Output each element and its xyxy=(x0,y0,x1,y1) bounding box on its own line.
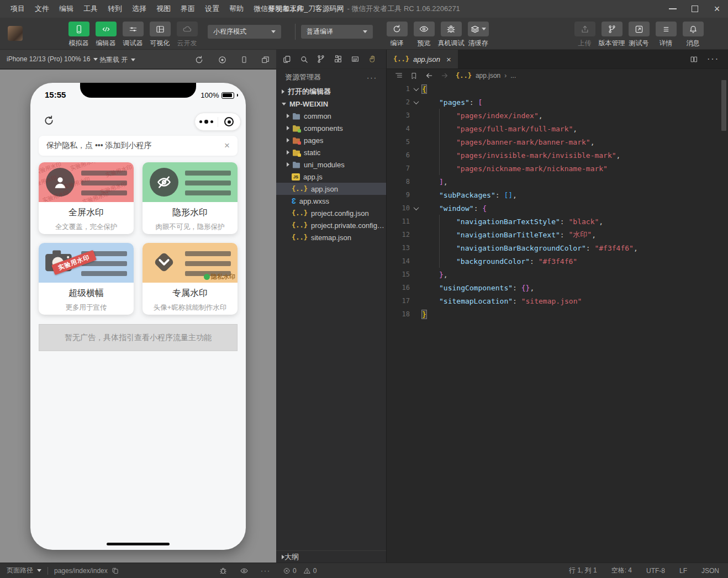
extensions-icon[interactable] xyxy=(331,52,345,66)
menu-item-7[interactable]: 界面 xyxy=(176,3,200,15)
json-file-icon: {..} xyxy=(292,234,308,241)
maximize-button[interactable] xyxy=(684,0,706,18)
card-banner-mark[interactable]: 实验用水印超级横幅更多用于宣传 xyxy=(39,243,134,315)
menu-item-9[interactable]: 帮助 xyxy=(224,3,249,15)
bug-icon[interactable] xyxy=(219,566,228,575)
tree-item-file-app-wxss[interactable]: 3app.wxss xyxy=(276,195,386,207)
menu-item-5[interactable]: 选择 xyxy=(127,3,151,15)
menu-item-0[interactable]: 项目 xyxy=(6,3,30,15)
fold-chevron-icon[interactable] xyxy=(410,206,422,210)
menu-item-1[interactable]: 文件 xyxy=(30,3,54,15)
code-area[interactable]: 1{2"pages": [3"pages/index/index",4"page… xyxy=(387,82,728,321)
tab-app-json[interactable]: {..} app.json × xyxy=(387,50,458,68)
hot-reload-toggle[interactable]: 热重载 开 xyxy=(99,55,135,65)
files-icon[interactable] xyxy=(279,52,294,66)
toolbar-button-label: 云开发 xyxy=(177,39,197,48)
refresh-icon xyxy=(43,114,55,127)
menu-item-8[interactable]: 设置 xyxy=(200,3,224,15)
record-button[interactable] xyxy=(215,53,229,66)
toolbar-button-editor[interactable]: 编辑器 xyxy=(92,22,119,48)
editor-more-icon[interactable]: ··· xyxy=(707,54,719,64)
fold-chevron-icon[interactable] xyxy=(410,87,422,91)
code-text: "pages": [ xyxy=(422,96,482,109)
explorer-more-button[interactable]: ··· xyxy=(367,73,377,82)
hand-icon[interactable] xyxy=(365,52,379,66)
search-icon[interactable] xyxy=(297,52,311,66)
toolbar-button-preview[interactable]: 预览 xyxy=(410,22,437,48)
tab-close-icon[interactable]: × xyxy=(446,55,451,64)
fold-chevron-icon[interactable] xyxy=(410,100,422,104)
menu-item-2[interactable]: 编辑 xyxy=(54,3,78,15)
nav-back-icon[interactable] xyxy=(425,71,434,80)
editor-scrollbar[interactable] xyxy=(721,80,726,131)
tree-item-file-app-js[interactable]: JSapp.js xyxy=(276,171,386,183)
detach-window-button[interactable] xyxy=(259,53,272,66)
tree-item-file-project-private-config[interactable]: {..}project.private.config.js... xyxy=(276,219,386,231)
breadcrumb[interactable]: {..} app.json › ... xyxy=(456,72,516,79)
tree-item-file-sitemap[interactable]: {..}sitemap.json xyxy=(276,231,386,243)
toolbar-button-cloud-dev[interactable]: 云开发 xyxy=(173,22,201,48)
split-editor-icon[interactable] xyxy=(690,55,698,63)
menu-item-6[interactable]: 视图 xyxy=(151,3,176,15)
page-path-label[interactable]: 页面路径 xyxy=(7,566,33,575)
tree-item-folder-pages[interactable]: pages xyxy=(276,134,386,146)
tree-item-folder-uni-modules[interactable]: uni_modules xyxy=(276,158,386,171)
language-mode[interactable]: JSON xyxy=(701,567,719,575)
card-nickname-mark[interactable]: 隐私水印专属水印头像+昵称就能制作水印 xyxy=(143,243,238,315)
tree-item-folder-components[interactable]: components xyxy=(276,122,386,134)
warning-count: 0 xyxy=(313,567,317,575)
tree-item-file-app-json[interactable]: {..}app.json xyxy=(276,183,386,195)
cursor-position[interactable]: 行 1, 列 1 xyxy=(569,566,597,575)
toolbar-button-remote-debug[interactable]: 真机调试 xyxy=(437,22,465,48)
status-time: 15:55 xyxy=(45,90,66,99)
outline-section[interactable]: 大纲 xyxy=(276,550,386,563)
eye-icon[interactable] xyxy=(240,566,249,575)
device-select[interactable]: iPhone 12/13 (Pro) 100% 16 xyxy=(7,55,98,63)
page-refresh-button[interactable] xyxy=(43,114,55,127)
encoding-setting[interactable]: UTF-8 xyxy=(646,567,665,575)
tree-item-folder-common[interactable]: common xyxy=(276,110,386,122)
close-button[interactable]: × xyxy=(706,0,728,18)
npm-panel-icon[interactable] xyxy=(348,52,362,66)
outline-list-icon[interactable] xyxy=(394,71,403,80)
toolbar-button-upload[interactable]: 上传 xyxy=(571,22,598,48)
minimize-button[interactable] xyxy=(662,0,684,18)
restart-button[interactable] xyxy=(192,53,205,66)
toolbar-button-visualize[interactable]: 可视化 xyxy=(146,22,173,48)
tree-item-file-project-config[interactable]: {..}project.config.json xyxy=(276,207,386,219)
toolbar-button-debugger[interactable]: 调试器 xyxy=(119,22,146,48)
tree-item-label: pages xyxy=(304,136,323,145)
user-avatar[interactable] xyxy=(8,26,23,41)
close-target-icon[interactable] xyxy=(218,117,241,126)
card-invisible-mark[interactable]: 隐形水印肉眼不可见，隐形保护 xyxy=(143,162,238,234)
source-control-icon[interactable] xyxy=(314,52,328,66)
compile-select[interactable]: 普通编译 xyxy=(301,25,373,39)
indentation-setting[interactable]: 空格: 4 xyxy=(611,566,632,575)
toolbar-button-details[interactable]: 详情 xyxy=(652,22,679,48)
menu-item-4[interactable]: 转到 xyxy=(103,3,127,15)
eol-setting[interactable]: LF xyxy=(679,567,687,575)
menu-item-3[interactable]: 工具 xyxy=(78,3,103,15)
toolbar-button-compile[interactable]: 编译 xyxy=(383,22,410,48)
nav-forward-icon[interactable] xyxy=(440,71,449,80)
problems-section[interactable]: 0 0 xyxy=(276,563,387,578)
chevron-right-icon xyxy=(287,126,289,130)
toolbar-button-version-control[interactable]: 版本管理 xyxy=(598,22,625,48)
banner-close-icon[interactable]: × xyxy=(224,140,230,151)
code-line-18: 18} xyxy=(387,307,728,321)
mode-select[interactable]: 小程序模式 xyxy=(208,25,281,39)
toolbar-button-simulator[interactable]: 模拟器 xyxy=(65,22,92,48)
more-icon[interactable]: ··· xyxy=(261,567,271,575)
wechat-capsule[interactable] xyxy=(194,113,241,131)
copy-path-icon[interactable] xyxy=(112,567,119,575)
bookmark-icon[interactable] xyxy=(410,72,418,80)
more-dots-icon[interactable] xyxy=(195,120,218,124)
toolbar-button-clear-cache[interactable]: 清缓存 xyxy=(465,22,492,48)
toolbar-button-messages[interactable]: 消息 xyxy=(679,22,706,48)
tree-item-folder-static[interactable]: static xyxy=(276,146,386,158)
device-frame-button[interactable] xyxy=(238,53,251,66)
project-root-section[interactable]: MP-WEIXIN xyxy=(276,98,386,110)
card-full-mark[interactable]: 实验用水印实验用水印实验用水印实验用水印实验用水印实验用水印实验用水印实验用水印… xyxy=(39,162,134,234)
open-editors-section[interactable]: 打开的编辑器 xyxy=(276,86,386,98)
toolbar-button-test-account[interactable]: 测试号 xyxy=(625,22,652,48)
